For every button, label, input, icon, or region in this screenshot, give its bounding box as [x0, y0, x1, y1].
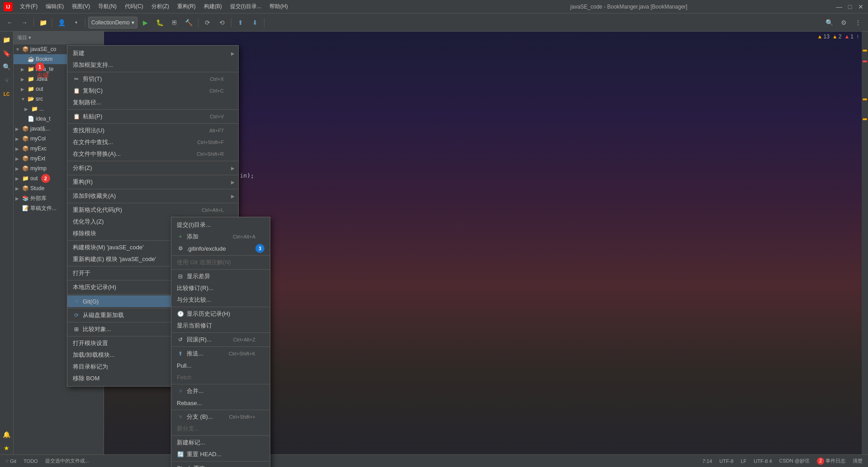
tree-label: out: [36, 86, 43, 92]
sidebar-vcs-icon[interactable]: ⑂: [0, 74, 13, 87]
sidebar-leetcode-icon[interactable]: LC: [0, 88, 13, 100]
toolbar-refresh[interactable]: ⟳: [201, 16, 214, 29]
tree-arrow: ▶: [15, 196, 21, 201]
status-indent[interactable]: UTF-8 4: [752, 458, 774, 465]
sidebar-find-icon[interactable]: 🔍: [0, 61, 13, 73]
status-events[interactable]: 2 事件日志: [815, 458, 847, 465]
push-icon: ⬆: [177, 350, 184, 357]
tree-arrow: ▶: [15, 146, 21, 151]
menu-item-add-to-favorites[interactable]: 添加到收藏夹(A): [67, 190, 238, 202]
toolbar-back[interactable]: ←: [4, 16, 16, 29]
menu-item-analyze[interactable]: 分析(Z): [67, 162, 238, 174]
git-menu-stash[interactable]: Stash 更改...: [171, 462, 270, 467]
menu-item-cut[interactable]: ✂ 剪切(T) Ctrl+X: [67, 73, 238, 85]
menu-item-copy[interactable]: 📋 复制(C) Ctrl+C: [67, 85, 238, 97]
toolbar-git-update[interactable]: ⬇: [249, 16, 261, 29]
menu-nav[interactable]: 导航(N): [94, 2, 120, 11]
status-todo[interactable]: TODO: [22, 458, 40, 464]
sidebar-project-icon[interactable]: 📁: [0, 33, 13, 46]
git-menu-reset-head[interactable]: 🔄 重置 HEAD...: [171, 448, 270, 460]
status-user[interactable]: CSDN @妙弦: [778, 458, 811, 465]
menu-item-label: 添加到收藏夹(A): [73, 192, 233, 200]
git-menu-branch[interactable]: ⑂ 分支 (B)... Ctrl+Shift++: [171, 411, 270, 423]
git-menu-show-diff[interactable]: ⊟ 显示差异: [171, 271, 270, 282]
menu-item-find-in-files[interactable]: 在文件中查找... Ctrl+Shift+F: [67, 136, 238, 148]
git-menu-rebase[interactable]: Rebase...: [171, 397, 270, 409]
menu-item-label: 推送...: [187, 350, 226, 358]
menu-commit[interactable]: 提交(I)目录...: [226, 2, 265, 11]
shortcut-label: Ctrl+Shift++: [229, 414, 264, 420]
close-button[interactable]: ✕: [857, 3, 864, 10]
git-menu-compare-branch[interactable]: 与分支比较...: [171, 294, 270, 306]
sidebar-bookmarks-icon[interactable]: 🔖: [0, 47, 13, 60]
menu-separator: [171, 346, 270, 347]
status-clear[interactable]: 清楚: [851, 458, 864, 465]
menu-item-find-usages[interactable]: 查找用法(U) Alt+F7: [67, 125, 238, 136]
menu-item-replace-in-files[interactable]: 在文件中替换(A)... Ctrl+Shift+R: [67, 148, 238, 160]
minimize-button[interactable]: —: [835, 3, 843, 10]
git-menu-merge[interactable]: ⑂ 合并...: [171, 385, 270, 397]
git-menu-push[interactable]: ⬆ 推送... Ctrl+Shift+K: [171, 348, 270, 360]
tree-label: out: [30, 175, 38, 182]
editor-scrollbar-gutter[interactable]: [862, 32, 868, 454]
menu-code[interactable]: 代码(C): [121, 2, 147, 11]
toolbar-debug[interactable]: 🐛: [154, 16, 166, 29]
menu-view[interactable]: 视图(V): [68, 2, 94, 11]
status-position[interactable]: 7:14: [701, 458, 714, 465]
status-line-ending[interactable]: LF: [739, 458, 748, 465]
git-menu-show-history[interactable]: 🕐 显示历史记录(H): [171, 308, 270, 320]
git-menu-new-tag[interactable]: 新建标记...: [171, 437, 270, 448]
folder-icon: 📁: [31, 106, 38, 112]
toolbar-more[interactable]: ⋮: [852, 16, 864, 29]
menu-item-add-framework[interactable]: 添加框架支持...: [67, 59, 238, 71]
menu-file[interactable]: 文件(F): [16, 2, 41, 11]
git-menu-add[interactable]: + 添加 Ctrl+Alt+A: [171, 231, 270, 243]
run-config-dropdown[interactable]: CollectionDemo ▾: [88, 17, 137, 28]
status-right: 7:14 UTF-8 LF UTF-8 4 CSDN @妙弦 2 事件日志 清楚: [701, 458, 864, 465]
menu-separator: [67, 175, 238, 175]
git-menu-gitignore[interactable]: ⚙ .gitinfo/exclude 3: [171, 243, 270, 254]
menu-build[interactable]: 构建(B): [200, 2, 226, 11]
toolbar-build[interactable]: 🔨: [183, 16, 195, 29]
sidebar-star-icon[interactable]: ★: [0, 442, 13, 454]
menu-item-reformat[interactable]: 重新格式化代码(R) Ctrl+Alt+L: [67, 204, 238, 216]
git-menu-pull[interactable]: Pull...: [171, 360, 270, 371]
toolbar-coverage[interactable]: ⛨: [168, 16, 181, 29]
tree-label: myExc: [30, 145, 47, 152]
menu-item-new[interactable]: 新建: [67, 47, 238, 59]
menu-separator: [171, 307, 270, 307]
toolbar-git[interactable]: ⬆: [234, 16, 247, 29]
menu-analyze[interactable]: 分析(Z): [148, 2, 173, 11]
status-submit[interactable]: 提交选中的文件或...: [43, 458, 91, 464]
git-menu-rollback[interactable]: ↺ 回滚(R)... Ctrl+Alt+Z: [171, 334, 270, 346]
menu-help[interactable]: 帮助(H): [266, 2, 292, 11]
menu-edit[interactable]: 编辑(E): [42, 2, 67, 11]
menu-item-paste[interactable]: 📋 粘贴(P) Ctrl+V: [67, 111, 238, 122]
tree-label: idea_t: [36, 116, 51, 122]
maximize-button[interactable]: □: [846, 3, 854, 10]
menu-item-refactor[interactable]: 重构(R): [67, 176, 238, 188]
git-menu-show-current[interactable]: 显示当前修订: [171, 320, 270, 332]
menu-item-label: 回滚(R)...: [187, 336, 230, 344]
git-menu-fetch: Fetch: [171, 371, 270, 383]
status-encoding[interactable]: UTF-8: [717, 458, 735, 465]
toolbar-search[interactable]: 🔍: [823, 16, 835, 29]
git-menu-compare-revisions[interactable]: 比较修订(R)...: [171, 282, 270, 294]
sidebar-notifications-icon[interactable]: 🔔: [0, 428, 13, 441]
menu-refactor[interactable]: 重构(R): [174, 2, 199, 11]
toolbar-user-dropdown[interactable]: ▾: [70, 16, 82, 29]
toolbar-undo-nav[interactable]: ⟲: [216, 16, 228, 29]
status-submit-label: 提交选中的文件或...: [45, 458, 89, 464]
menu-item-label: 粘贴(P): [83, 112, 207, 121]
menu-separator: [171, 435, 270, 436]
toolbar-recent[interactable]: 📁: [37, 16, 49, 29]
git-menu-commit[interactable]: 提交(I)目录...: [171, 219, 270, 231]
toolbar-settings[interactable]: ⚙: [837, 16, 850, 29]
toolbar-forward[interactable]: →: [18, 16, 31, 29]
menu-item-copy-path[interactable]: 复制路径...: [67, 97, 238, 108]
status-git[interactable]: ⑂ Git: [4, 458, 18, 464]
toolbar-user[interactable]: 👤: [55, 16, 68, 29]
toolbar-run[interactable]: ▶: [139, 16, 152, 29]
tree-label: java练...: [30, 125, 50, 133]
status-clear-label: 清楚: [853, 458, 863, 464]
